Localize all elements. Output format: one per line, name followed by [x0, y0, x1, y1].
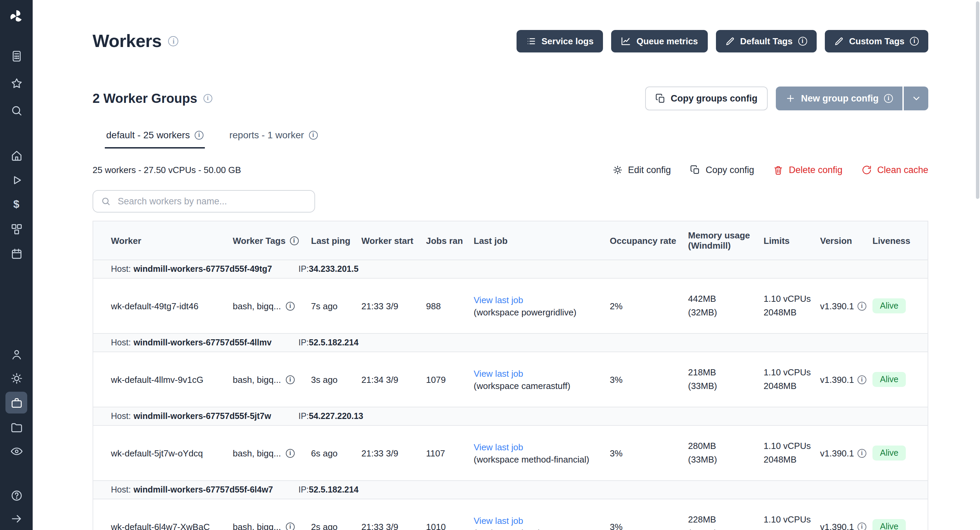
info-icon[interactable]	[884, 94, 893, 103]
edit-config-button[interactable]: Edit config	[612, 165, 671, 175]
chevron-down-icon	[911, 93, 921, 104]
info-icon[interactable]	[798, 37, 807, 46]
limit-cpus: 1.10 vCPUs	[764, 513, 815, 527]
info-icon[interactable]	[286, 302, 295, 310]
info-icon[interactable]	[290, 236, 298, 245]
sidebar-item-schedules[interactable]	[6, 243, 27, 263]
scrollbar-thumb[interactable]	[976, 2, 979, 199]
scrollbar-track[interactable]	[975, 0, 980, 530]
last-job-link[interactable]: View last job	[474, 368, 523, 378]
sidebar-item-folders[interactable]	[6, 417, 27, 437]
search-icon	[101, 196, 111, 206]
host-row: Host:windmill-workers-67757d55f-6l4w7 IP…	[93, 481, 928, 499]
play-icon	[10, 173, 23, 186]
ip-prefix: IP:	[298, 338, 309, 347]
search-workers	[92, 190, 315, 212]
arrow-right-icon	[10, 512, 23, 525]
col-worker-tags: Worker Tags	[233, 221, 311, 260]
info-icon[interactable]	[858, 375, 866, 384]
blocks-icon	[10, 222, 23, 235]
new-group-config-dropdown[interactable]	[904, 86, 928, 110]
host-name: windmill-workers-67757d55f-5jt7w	[134, 412, 271, 421]
calendar-icon	[10, 247, 23, 260]
table-header: Worker Worker Tags Last ping Worker star…	[93, 221, 928, 260]
col-limits: Limits	[764, 221, 820, 260]
col-memory-usage: Memory usage (Windmill)	[688, 221, 764, 260]
jobs-ran: 1079	[426, 374, 446, 385]
host-prefix: Host:	[111, 485, 130, 495]
default-tags-button[interactable]: Default Tags	[716, 30, 816, 53]
host-row: Host:windmill-workers-67757d55f-5jt7w IP…	[93, 407, 928, 425]
sidebar-item-help[interactable]	[6, 485, 27, 506]
info-icon[interactable]	[910, 37, 919, 46]
service-logs-button[interactable]: Service logs	[516, 30, 603, 53]
limit-memory: 2048MB	[764, 453, 815, 467]
info-icon[interactable]	[204, 94, 212, 103]
clean-cache-button[interactable]: Clean cache	[862, 165, 928, 175]
memory-usage-windmill: (33MB)	[688, 453, 758, 467]
sidebar-item-home[interactable]	[6, 145, 27, 166]
copy-groups-config-button[interactable]: Copy groups config	[645, 86, 768, 110]
sidebar-item-variables[interactable]: $	[6, 194, 27, 215]
worker-start: 21:33 3/9	[361, 448, 398, 458]
last-ping: 2s ago	[311, 522, 337, 530]
tab-default[interactable]: default - 25 workers	[105, 129, 205, 148]
custom-tags-button[interactable]: Custom Tags	[824, 30, 928, 53]
workers-table-body: Host:windmill-workers-67757d55f-49tg7 IP…	[93, 260, 928, 530]
header-actions: Service logs Queue metrics Default Tags	[516, 30, 928, 53]
search-input[interactable]	[116, 196, 307, 207]
copy-config-button[interactable]: Copy config	[690, 165, 754, 175]
sidebar-item-workers[interactable]	[5, 392, 27, 413]
info-icon[interactable]	[858, 522, 866, 530]
info-icon[interactable]	[286, 375, 295, 384]
sidebar-item-resources[interactable]	[6, 219, 27, 239]
occupancy-rate: 2%	[610, 301, 623, 311]
info-icon[interactable]	[169, 36, 179, 46]
new-group-config-button[interactable]: New group config	[776, 86, 902, 110]
info-icon[interactable]	[286, 449, 295, 457]
col-jobs-ran: Jobs ran	[426, 221, 474, 260]
sidebar-item-users[interactable]	[6, 344, 27, 364]
delete-config-button[interactable]: Delete config	[773, 165, 843, 175]
windmill-logo[interactable]	[0, 0, 33, 33]
button-label: Copy groups config	[671, 93, 757, 104]
worker-tags: bash, bigq...	[233, 301, 281, 311]
sidebar-item-search[interactable]	[6, 100, 27, 121]
limit-memory: 2048MB	[764, 306, 815, 319]
last-job-link[interactable]: View last job	[474, 516, 523, 525]
host-prefix: Host:	[111, 338, 130, 347]
memory-usage: 218MB	[688, 366, 758, 380]
worker-name: wk-default-4llmv-9v1cG	[111, 374, 204, 385]
version: v1.390.1	[820, 301, 854, 311]
sidebar-item-audit-logs[interactable]	[6, 441, 27, 461]
host-name: windmill-workers-67757d55f-49tg7	[134, 264, 272, 274]
info-icon[interactable]	[286, 522, 295, 530]
sidebar-item-workspace[interactable]	[6, 46, 27, 66]
queue-metrics-button[interactable]: Queue metrics	[611, 30, 708, 53]
sidebar-expand[interactable]	[6, 508, 27, 528]
group-tabs: default - 25 workers reports - 1 worker	[92, 129, 928, 148]
ip-prefix: IP:	[298, 264, 309, 274]
version: v1.390.1	[820, 522, 854, 530]
eye-icon	[10, 444, 23, 457]
windmill-logo-icon	[9, 9, 24, 24]
info-icon[interactable]	[858, 302, 866, 310]
tab-reports[interactable]: reports - 1 worker	[228, 129, 319, 148]
memory-usage-windmill: (32MB)	[688, 306, 758, 319]
worker-name: wk-default-49tg7-idt46	[111, 301, 198, 311]
sidebar-item-runs[interactable]	[6, 170, 27, 190]
col-last-ping: Last ping	[311, 221, 361, 260]
info-icon[interactable]	[858, 449, 866, 457]
last-job-link[interactable]: View last job	[474, 295, 523, 305]
last-job-link[interactable]: View last job	[474, 442, 523, 452]
sidebar-item-favorites[interactable]	[6, 73, 27, 93]
memory-usage: 280MB	[688, 439, 758, 453]
worker-row: wk-default-6l4w7-XwBaC bash, bigq... 2s …	[93, 499, 928, 530]
worker-start: 21:33 3/9	[361, 301, 398, 311]
info-icon[interactable]	[195, 131, 204, 139]
info-icon[interactable]	[309, 131, 318, 139]
gear-icon	[612, 165, 623, 175]
host-prefix: Host:	[111, 264, 130, 274]
home-icon	[10, 149, 23, 162]
sidebar-item-settings[interactable]	[6, 368, 27, 388]
